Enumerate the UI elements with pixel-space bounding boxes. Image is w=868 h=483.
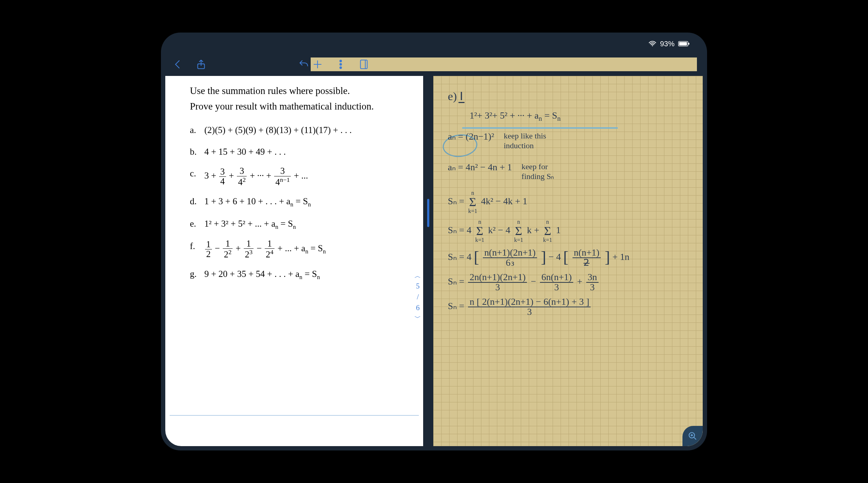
document-pane[interactable]: Use the summation rules where possible. … bbox=[165, 76, 423, 446]
page-navigator[interactable]: ︿ 5 / 6 ﹀ bbox=[414, 271, 421, 322]
page-down-icon[interactable]: ﹀ bbox=[414, 315, 421, 321]
problem-f: f. 12 − 122 + 123 − 124 + ... + an = Sn bbox=[190, 239, 407, 260]
undo-button[interactable] bbox=[297, 57, 311, 71]
hw-line-5: Sₙ = 4 nΣk=1 k² − 4 nΣk=1 k + nΣk=1 1 bbox=[448, 219, 690, 243]
more-button[interactable] bbox=[334, 57, 348, 71]
split-handle[interactable] bbox=[427, 199, 429, 227]
page-up-icon[interactable]: ︿ bbox=[414, 273, 421, 279]
svg-point-10 bbox=[340, 60, 342, 62]
svg-point-11 bbox=[340, 64, 342, 65]
content-area: Use the summation rules where possible. … bbox=[165, 76, 703, 446]
add-button[interactable] bbox=[311, 57, 324, 71]
battery-percent: 93% bbox=[660, 40, 675, 48]
status-bar: 93% bbox=[178, 39, 690, 48]
problem-e: e. 1² + 3² + 5² + ... + an = Sn bbox=[190, 217, 407, 232]
problem-d: d. 1 + 3 + 6 + 10 + . . . + an = Sn bbox=[190, 194, 407, 209]
hw-line-4: Sₙ = nΣk=1 4k² − 4k + 1 bbox=[448, 190, 690, 214]
problem-g: g. 9 + 20 + 35 + 54 + . . . + an = Sn bbox=[190, 267, 407, 282]
pages-panel-button[interactable] bbox=[357, 57, 371, 71]
problem-a: a. (2)(5) + (5)(9) + (8)(13) + (11)(17) … bbox=[190, 123, 407, 137]
hw-line-6: Sₙ = 4 [ n(n+1)(2n+1)6₃ ] − 4 [ n(n+1)2̶… bbox=[448, 248, 690, 268]
svg-rect-2 bbox=[679, 42, 687, 45]
split-divider[interactable] bbox=[423, 76, 433, 446]
hw-title: e) I̲ bbox=[448, 89, 690, 103]
page-current: 5 bbox=[414, 281, 421, 291]
hw-line-1: 1²+ 3²+ 5² + ··· + an = Sn bbox=[469, 110, 690, 123]
svg-point-12 bbox=[340, 67, 342, 69]
page-rule bbox=[170, 415, 419, 416]
share-button[interactable] bbox=[194, 57, 208, 71]
svg-point-0 bbox=[652, 45, 653, 46]
wifi-icon bbox=[648, 40, 656, 47]
app-toolbar bbox=[161, 54, 707, 75]
hw-line-2: aₙ = (2n−1)² keep like thisinduction bbox=[448, 131, 690, 151]
hw-line-8: Sₙ = n [ 2(n+1)(2n+1) − 6(n+1) + 3 ]3 bbox=[448, 297, 690, 317]
page-sep: / bbox=[414, 291, 421, 302]
back-button[interactable] bbox=[171, 57, 185, 71]
svg-rect-3 bbox=[688, 43, 689, 45]
hw-line-7: Sₙ = 2n(n+1)(2n+1)3 − 6n(n+1)3 + 3n3 bbox=[448, 273, 690, 292]
svg-rect-13 bbox=[361, 60, 367, 69]
hw-line-3: aₙ = 4n² − 4n + 1 keep forfinding Sₙ bbox=[448, 162, 690, 181]
page-total: 6 bbox=[414, 302, 421, 313]
zoom-button[interactable] bbox=[682, 426, 703, 446]
problem-b: b. 4 + 15 + 30 + 49 + . . . bbox=[190, 145, 407, 159]
battery-icon bbox=[678, 41, 690, 47]
problem-c: c. 3 + 34 + 342 + ··· + 34n−1 + ... bbox=[190, 166, 407, 187]
tablet-frame: 93% bbox=[161, 33, 707, 450]
svg-line-16 bbox=[694, 437, 696, 440]
instruction-text: Use the summation rules where possible. … bbox=[190, 83, 407, 114]
notes-pane[interactable]: e) I̲ 1²+ 3²+ 5² + ··· + an = Sn aₙ = (2… bbox=[433, 76, 703, 446]
